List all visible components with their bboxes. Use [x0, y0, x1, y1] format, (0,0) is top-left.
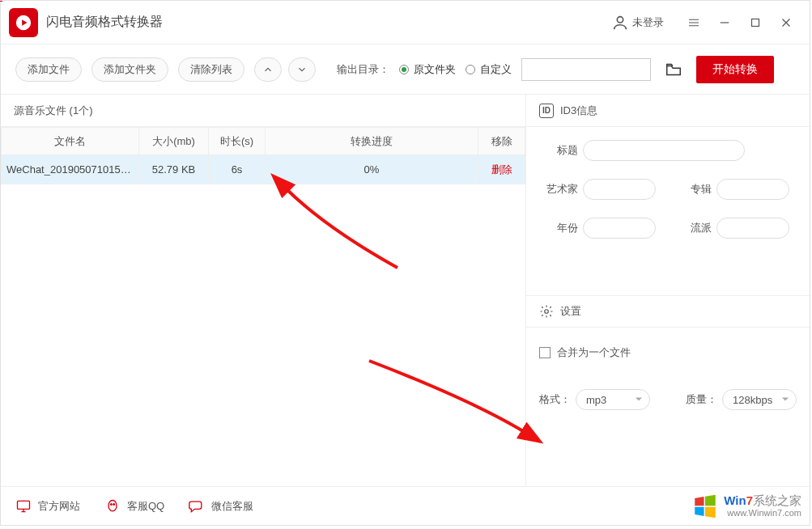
- col-dur: 时长(s): [209, 128, 266, 155]
- id3-artist-label: 艺术家: [539, 182, 578, 197]
- id3-album-input[interactable]: [716, 179, 789, 200]
- id3-genre-label: 流派: [673, 221, 712, 235]
- chevron-down-icon: [781, 396, 789, 404]
- output-dir-label: 输出目录：: [337, 62, 389, 77]
- svg-point-5: [111, 503, 113, 505]
- col-size: 大小(mb): [139, 128, 209, 155]
- format-select[interactable]: mp3: [576, 389, 650, 410]
- col-name: 文件名: [2, 128, 139, 155]
- cell-dur: 6s: [209, 155, 266, 184]
- output-path-input[interactable]: [521, 58, 651, 81]
- move-down-button[interactable]: [288, 57, 316, 82]
- penguin-icon: [104, 498, 121, 514]
- file-table: 文件名 大小(mb) 时长(s) 转换进度 移除 WeChat_20190507…: [1, 127, 525, 184]
- id-badge-icon: ID: [539, 104, 554, 118]
- chat-icon: [189, 498, 205, 514]
- hamburger-menu-icon[interactable]: [678, 7, 709, 38]
- merge-checkbox[interactable]: 合并为一个文件: [539, 345, 797, 360]
- svg-rect-1: [752, 19, 759, 26]
- clear-list-button[interactable]: 清除列表: [178, 57, 244, 82]
- id3-artist-input[interactable]: [583, 179, 656, 200]
- cell-name: WeChat_201905071015…: [2, 155, 139, 184]
- side-panel: ID ID3信息 标题 艺术家 专辑: [526, 95, 810, 486]
- col-remove: 移除: [478, 128, 525, 155]
- add-file-button[interactable]: 添加文件: [15, 57, 82, 82]
- id3-header: ID ID3信息: [526, 95, 810, 127]
- id3-year-label: 年份: [539, 221, 578, 235]
- output-custom-radio[interactable]: 自定义: [466, 62, 512, 77]
- title-bar: 闪电音频格式转换器 未登录: [1, 1, 810, 44]
- settings-header: 设置: [526, 295, 810, 328]
- id3-genre-input[interactable]: [716, 218, 789, 239]
- svg-point-4: [108, 500, 117, 510]
- id3-album-label: 专辑: [673, 182, 712, 197]
- monitor-icon: [15, 498, 32, 514]
- output-source-radio[interactable]: 原文件夹: [399, 62, 456, 77]
- svg-point-2: [545, 310, 549, 314]
- id3-title-input[interactable]: [583, 140, 745, 161]
- close-icon[interactable]: [771, 7, 801, 38]
- wechat-support-link[interactable]: 微信客服: [189, 498, 253, 514]
- watermark: Win7系统之家 www.Winwin7.com: [691, 493, 801, 520]
- login-button[interactable]: 未登录: [611, 14, 664, 32]
- cell-size: 52.79 KB: [139, 155, 209, 184]
- quality-label: 质量：: [686, 392, 717, 407]
- svg-rect-3: [18, 501, 30, 509]
- windows-logo-icon: [691, 493, 719, 520]
- file-list-panel: 源音乐文件 (1个) 文件名 大小(mb) 时长(s) 转换进度 移除 WeCh…: [1, 95, 526, 486]
- format-label: 格式：: [539, 392, 571, 407]
- maximize-icon[interactable]: [740, 7, 771, 38]
- id3-title-label: 标题: [539, 143, 578, 158]
- app-title: 闪电音频格式转换器: [46, 14, 163, 31]
- minimize-icon[interactable]: [709, 7, 740, 38]
- gear-icon: [539, 304, 554, 319]
- official-site-link[interactable]: 官方网站: [15, 498, 80, 514]
- quality-select[interactable]: 128kbps: [722, 389, 797, 410]
- svg-point-0: [617, 16, 623, 22]
- move-up-button[interactable]: [254, 57, 282, 82]
- id3-year-input[interactable]: [583, 218, 656, 239]
- svg-point-6: [113, 503, 115, 505]
- toolbar: 添加文件 添加文件夹 清除列表 输出目录： 原文件夹 自定义 开始转换: [1, 44, 810, 95]
- add-folder-button[interactable]: 添加文件夹: [91, 57, 168, 82]
- qq-support-link[interactable]: 客服QQ: [104, 498, 164, 514]
- start-convert-button[interactable]: 开始转换: [696, 56, 774, 83]
- cell-progress: 0%: [266, 155, 478, 184]
- file-list-header: 源音乐文件 (1个): [1, 95, 525, 127]
- browse-folder-button[interactable]: [661, 58, 687, 81]
- chevron-down-icon: [635, 396, 643, 404]
- table-row[interactable]: WeChat_201905071015… 52.79 KB 6s 0% 删除: [2, 155, 525, 184]
- delete-row-button[interactable]: 删除: [491, 163, 512, 176]
- footer: 官方网站 客服QQ 微信客服: [1, 486, 810, 525]
- col-progress: 转换进度: [266, 128, 478, 155]
- login-text: 未登录: [632, 15, 664, 30]
- app-logo: [9, 8, 38, 37]
